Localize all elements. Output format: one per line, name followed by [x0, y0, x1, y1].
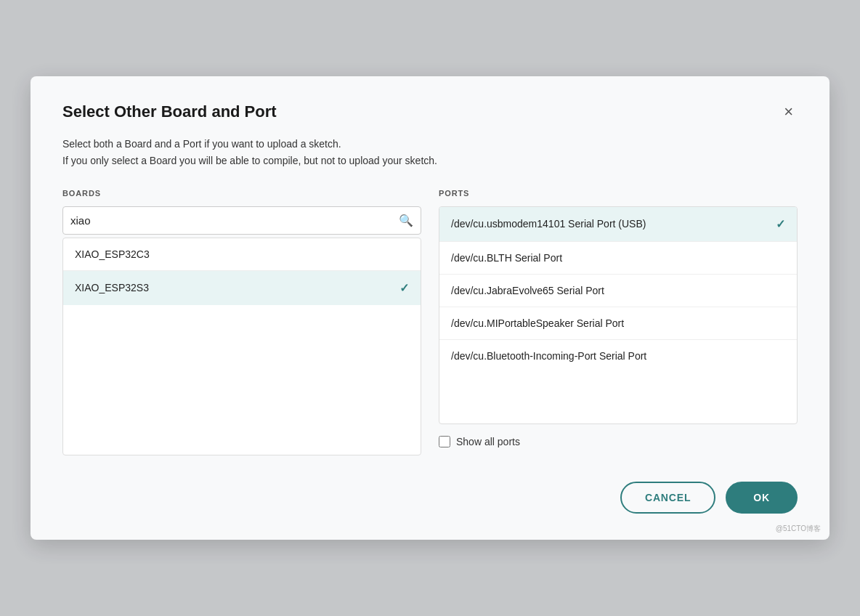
dialog-title: Select Other Board and Port: [62, 102, 277, 121]
ports-list: /dev/cu.usbmodem14101 Serial Port (USB) …: [439, 206, 798, 424]
port-item[interactable]: /dev/cu.BLTH Serial Port: [439, 242, 797, 275]
columns-container: BOARDS 🔍 XIAO_ESP32C3 XIAO_ESP32S3 ✓: [62, 189, 798, 455]
cancel-button[interactable]: CANCEL: [620, 482, 715, 514]
dialog-overlay: Select Other Board and Port × Select bot…: [0, 0, 860, 616]
boards-list: XIAO_ESP32C3 XIAO_ESP32S3 ✓: [62, 238, 421, 455]
close-button[interactable]: ×: [779, 102, 798, 121]
show-all-ports-text: Show all ports: [456, 436, 520, 447]
show-all-ports-checkbox[interactable]: [439, 436, 450, 447]
port-name: /dev/cu.usbmodem14101 Serial Port (USB): [451, 218, 646, 230]
port-item[interactable]: /dev/cu.usbmodem14101 Serial Port (USB) …: [439, 207, 797, 242]
ok-button[interactable]: OK: [726, 482, 798, 514]
show-all-ports-label[interactable]: Show all ports: [439, 436, 798, 447]
description-line1: Select both a Board and a Port if you wa…: [62, 138, 341, 150]
dialog-header: Select Other Board and Port ×: [62, 102, 798, 121]
port-name: /dev/cu.MIPortableSpeaker Serial Port: [451, 317, 624, 329]
description-line2: If you only select a Board you will be a…: [62, 155, 437, 166]
board-name: XIAO_ESP32C3: [75, 248, 150, 260]
watermark: @51CTO博客: [776, 524, 821, 534]
boards-label: BOARDS: [62, 189, 421, 198]
dialog-description: Select both a Board and a Port if you wa…: [62, 136, 798, 169]
ports-label: PORTS: [439, 189, 798, 198]
port-name: /dev/cu.BLTH Serial Port: [451, 252, 562, 264]
ports-column: PORTS /dev/cu.usbmodem14101 Serial Port …: [439, 189, 798, 455]
port-name: /dev/cu.Bluetooth-Incoming-Port Serial P…: [451, 350, 646, 362]
dialog: Select Other Board and Port × Select bot…: [31, 76, 829, 540]
boards-search-box: 🔍: [62, 206, 421, 235]
search-icon: 🔍: [399, 214, 413, 227]
board-item[interactable]: XIAO_ESP32C3: [63, 238, 421, 271]
port-item[interactable]: /dev/cu.JabraEvolve65 Serial Port: [439, 275, 797, 307]
port-item[interactable]: /dev/cu.Bluetooth-Incoming-Port Serial P…: [439, 340, 797, 372]
dialog-footer: CANCEL OK: [62, 482, 798, 514]
port-selected-check-icon: ✓: [776, 217, 785, 231]
boards-search-input[interactable]: [70, 207, 399, 234]
board-name: XIAO_ESP32S3: [75, 282, 149, 293]
board-selected-check-icon: ✓: [399, 281, 409, 295]
board-item[interactable]: XIAO_ESP32S3 ✓: [63, 271, 421, 305]
port-name: /dev/cu.JabraEvolve65 Serial Port: [451, 285, 604, 296]
port-item[interactable]: /dev/cu.MIPortableSpeaker Serial Port: [439, 307, 797, 340]
boards-column: BOARDS 🔍 XIAO_ESP32C3 XIAO_ESP32S3 ✓: [62, 189, 421, 455]
